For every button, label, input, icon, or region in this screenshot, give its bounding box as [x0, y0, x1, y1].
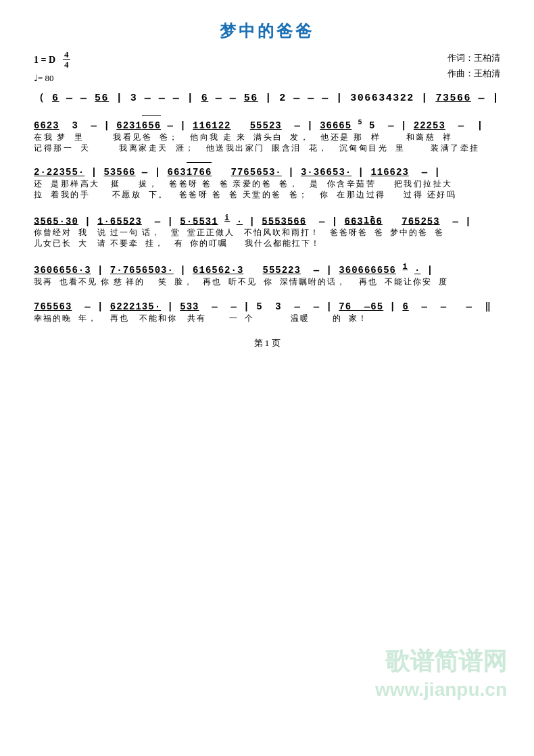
section-2-lyrics1: 还 是那样高大 挺 拔， 爸爸呀 爸 爸 亲爱的爸 爸， 是 你含辛茹苦 把我们… — [34, 179, 500, 189]
header-section: 1 = D 4 4 ♩= 80 作词：王柏清 作曲：王柏清 — [34, 50, 500, 84]
author-info: 作词：王柏清 作曲：王柏清 — [447, 50, 500, 82]
time-sig: 4 4 — [63, 50, 70, 70]
key-info: 1 = D 4 4 ♩= 80 — [34, 50, 70, 84]
key-line: 1 = D 4 4 — [34, 50, 70, 70]
page-number: 第 1 页 — [34, 337, 500, 349]
section-5-lyrics: 幸福的晚 年， 再也 不能和你 共有 一 个 温暖 的 家！ — [34, 313, 500, 324]
section-4-notes: 3606656·3 | 7·7656503· | 616562·3 555223… — [34, 262, 500, 276]
section-3: 3565·30 | 1·65523 — | 5·5531 i · | 55535… — [34, 213, 500, 249]
composer: 作曲：王柏清 — [447, 66, 500, 81]
section-4-lyrics: 我再 也看不见 你 慈 祥的 笑 脸， 再也 听不见 你 深情嘱咐的话， 再也 … — [34, 277, 500, 287]
watermark-line1: 歌谱简谱网 — [375, 646, 507, 678]
section-2-lyrics2: 拉 着我的手 不愿放 下。 爸爸呀 爸 爸 天堂的爸 爸； 你 在那边过得 过得… — [34, 190, 500, 200]
lyricist: 作词：王柏清 — [447, 50, 500, 66]
section-1: 6623 3 — | 6231656 — | 116122 55523 — | … — [34, 119, 500, 153]
song-title: 梦中的爸爸 — [34, 20, 500, 42]
tempo: ♩= 80 — [34, 72, 70, 85]
watermark-line2: www.jianpu.cn — [375, 678, 507, 702]
intro-notes: （ 6 — — 56 | 3 — — — | 6 — — 56 | 2 — — … — [34, 91, 500, 104]
intro-block: （ 6 — — 56 | 3 — — — | 6 — — 56 | 2 — — … — [34, 91, 500, 104]
section-5: 765563 — | 6222135· | 533 — — | 5 3 — — … — [34, 301, 500, 324]
section-5-notes: 765563 — | 6222135· | 533 — — | 5 3 — — … — [34, 301, 500, 312]
section-3-lyrics1: 你曾经对 我 说 过一句 话， 堂 堂正正做人 不怕风吹和雨打！ 爸爸呀爸 爸 … — [34, 228, 500, 238]
section-3-lyrics2: 儿女已长 大 请 不要牵 挂， 有 你的叮嘱 我什么都能扛下！ — [34, 238, 500, 249]
section-2-notes: 2·22355· | 53566 — | 6631766 7765653· | … — [34, 167, 500, 178]
section-1-notes: 6623 3 — | 6231656 — | 116122 55523 — | … — [34, 119, 500, 131]
page: 梦中的爸爸 1 = D 4 4 ♩= 80 作词：王柏清 作曲：王柏清 （ 6 — [0, 0, 534, 756]
section-3-notes: 3565·30 | 1·65523 — | 5·5531 i · | 55535… — [34, 213, 500, 227]
section-1-lyrics2: 记得那一 天 我离家走天 涯； 他送我出家门 眼含泪 花， 沉甸甸目光 里 装满… — [34, 143, 500, 153]
key-label: 1 = D — [34, 53, 60, 67]
section-4: 3606656·3 | 7·7656503· | 616562·3 555223… — [34, 262, 500, 287]
section-2: 2·22355· | 53566 — | 6631766 7765653· | … — [34, 167, 500, 200]
section-1-lyrics1: 在我 梦 里 我看见爸 爸； 他向我 走 来 满头白 发， 他还是 那 样 和蔼… — [34, 132, 500, 143]
watermark: 歌谱简谱网 www.jianpu.cn — [375, 646, 507, 702]
